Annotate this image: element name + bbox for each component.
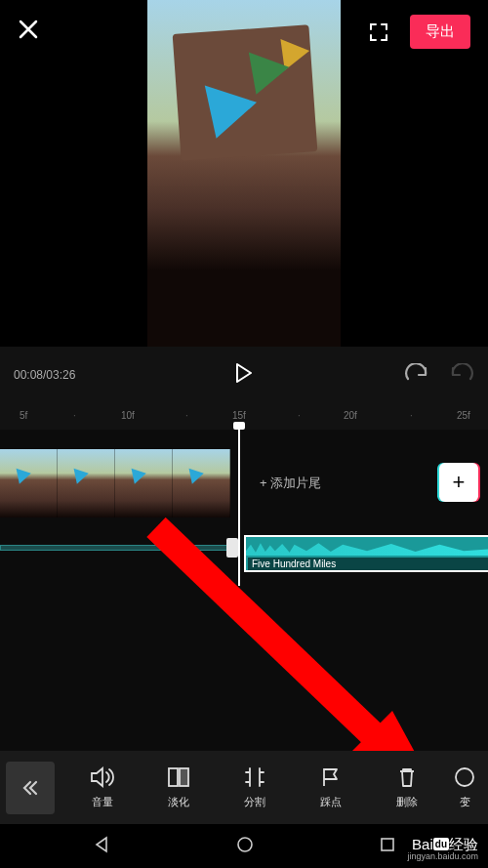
tool-label: 变 [460, 795, 470, 809]
ruler-mark: 5f [20, 410, 27, 421]
tool-beat[interactable]: 踩点 [293, 765, 369, 809]
fullscreen-button[interactable] [369, 22, 388, 42]
audio-gap [0, 545, 232, 551]
redo-button[interactable] [449, 363, 474, 387]
audio-waveform [246, 540, 488, 556]
play-button[interactable] [234, 362, 254, 388]
clip-thumbnail[interactable] [58, 449, 115, 517]
audio-clip-handle[interactable] [226, 538, 238, 558]
audio-track[interactable]: Five Hundred Miles [0, 531, 488, 570]
nav-recent-button[interactable] [379, 836, 396, 857]
top-bar: 导出 [0, 0, 488, 63]
tool-speed[interactable]: 变 [445, 765, 484, 809]
playhead[interactable] [238, 425, 240, 586]
svg-point-4 [238, 838, 252, 851]
volume-icon [90, 766, 115, 788]
timeline[interactable]: + 添加片尾 + Five Hundred Miles [0, 430, 488, 752]
watermark: Baidu经验 jingyan.baidu.com [407, 837, 478, 862]
flag-icon [320, 766, 342, 788]
split-icon [243, 766, 266, 788]
video-track[interactable] [0, 449, 230, 517]
tool-fade[interactable]: 淡化 [141, 765, 217, 809]
audio-clip-name: Five Hundred Miles [248, 558, 488, 570]
tool-delete[interactable]: 删除 [369, 765, 445, 809]
ruler-mark: 10f [121, 410, 135, 421]
circle-home-icon [235, 835, 255, 854]
plus-icon: + [453, 470, 466, 495]
fullscreen-icon [369, 22, 388, 42]
undo-icon [404, 363, 429, 383]
redo-icon [449, 363, 474, 383]
svg-point-3 [456, 768, 473, 786]
ruler-mark: 20f [344, 410, 357, 421]
chevron-left-double-icon [21, 779, 39, 797]
trash-icon [397, 766, 417, 788]
tool-label: 音量 [92, 795, 113, 809]
close-icon [18, 19, 39, 40]
playback-bar: 00:08/03:26 [0, 351, 488, 398]
tool-label: 删除 [396, 795, 418, 809]
add-clip-button[interactable]: + [439, 463, 478, 502]
tool-split[interactable]: 分割 [217, 765, 293, 809]
square-recent-icon [379, 836, 396, 853]
ruler-mark: 25f [457, 410, 470, 421]
tool-label: 踩点 [320, 795, 342, 809]
close-button[interactable] [18, 17, 39, 47]
nav-back-button[interactable] [92, 835, 111, 858]
svg-rect-5 [382, 839, 393, 850]
speed-icon [454, 766, 475, 788]
audio-clip[interactable]: Five Hundred Miles [244, 535, 488, 572]
triangle-back-icon [92, 835, 111, 854]
undo-button[interactable] [404, 363, 429, 387]
edit-toolbar: 音量 淡化 分割 踩点 删除 变 [0, 751, 488, 824]
tool-label: 分割 [244, 795, 265, 809]
clip-thumbnail[interactable] [0, 449, 58, 517]
ruler-mark: 15f [232, 410, 246, 421]
add-ending-button[interactable]: + 添加片尾 [244, 449, 321, 517]
tool-label: 淡化 [168, 795, 189, 809]
svg-rect-2 [180, 768, 188, 786]
time-display: 00:08/03:26 [14, 368, 75, 382]
nav-home-button[interactable] [235, 835, 255, 858]
svg-rect-1 [169, 768, 178, 786]
collapse-toolbar-button[interactable] [6, 762, 55, 814]
tool-volume[interactable]: 音量 [64, 765, 141, 809]
clip-thumbnail[interactable] [115, 449, 173, 517]
export-button[interactable]: 导出 [410, 15, 470, 49]
play-icon [234, 362, 254, 384]
fade-icon [167, 766, 190, 788]
clip-thumbnail[interactable] [173, 449, 230, 517]
